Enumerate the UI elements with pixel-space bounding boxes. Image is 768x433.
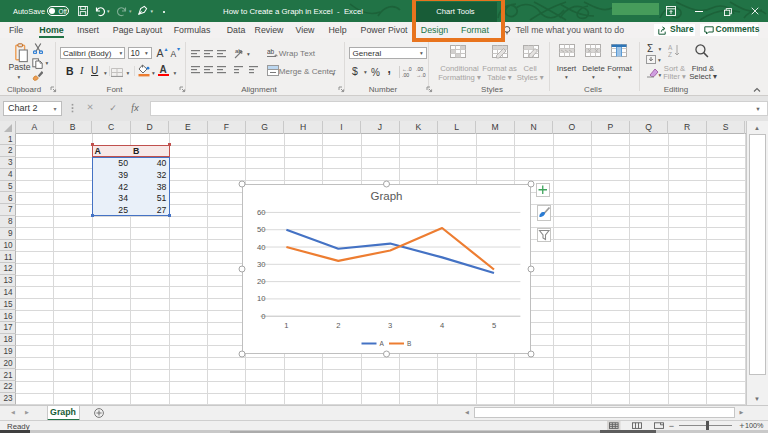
svg-text:50: 50: [257, 225, 265, 234]
svg-text:A: A: [668, 44, 673, 51]
svg-text:5: 5: [491, 320, 495, 329]
svg-text:30: 30: [257, 260, 265, 269]
svg-text:A: A: [379, 340, 384, 347]
svg-text:1: 1: [284, 320, 288, 329]
svg-text:→.0: →.0: [416, 72, 426, 78]
svg-text:60: 60: [257, 208, 265, 217]
svg-text:0: 0: [261, 311, 265, 320]
svg-text:Z: Z: [668, 51, 672, 57]
svg-text:B: B: [407, 340, 411, 347]
svg-text:ab: ab: [235, 48, 242, 54]
svg-text:40: 40: [257, 242, 265, 251]
svg-text:4: 4: [440, 320, 444, 329]
svg-text:2: 2: [336, 320, 340, 329]
svg-text:.00: .00: [402, 72, 409, 78]
svg-text:ab: ab: [267, 48, 275, 55]
svg-text:3: 3: [388, 320, 392, 329]
svg-text:10: 10: [257, 294, 265, 303]
svg-text:20: 20: [257, 277, 265, 286]
svg-text:Graph: Graph: [370, 190, 402, 202]
